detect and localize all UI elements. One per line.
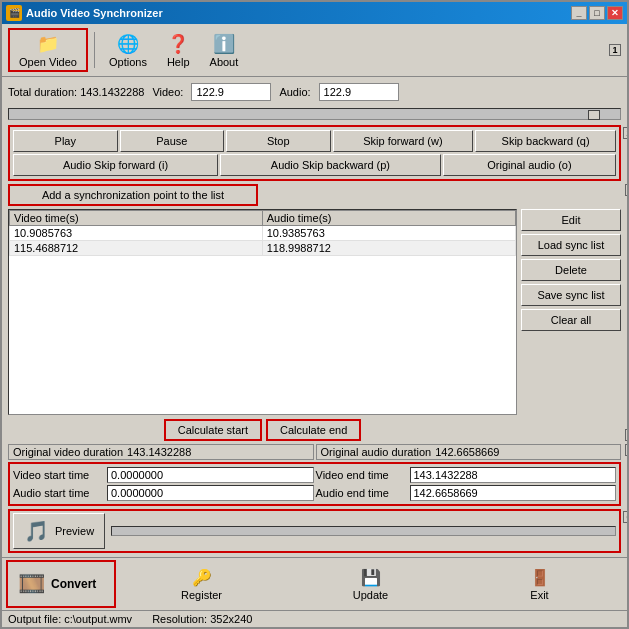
orig-audio-dur-label: Original audio duration — [321, 446, 432, 458]
calculate-end-button[interactable]: Calculate end — [266, 419, 361, 441]
sync-table: Video time(s) Audio time(s) 10.908576310… — [9, 210, 516, 256]
audio-skip-forward-button[interactable]: Audio Skip forward (i) — [13, 154, 218, 176]
audio-end-field[interactable] — [410, 485, 617, 501]
main-slider-thumb[interactable] — [588, 110, 600, 120]
info-grid: Original video duration 143.1432288 Orig… — [8, 444, 621, 460]
duration-info-wrapper: 5 Original video duration 143.1432288 Or… — [8, 444, 621, 506]
save-sync-button[interactable]: Save sync list — [521, 284, 621, 306]
video-start-label: Video start time — [13, 469, 103, 481]
col-audio-time: Audio time(s) — [262, 211, 515, 226]
maximize-button[interactable]: □ — [589, 6, 605, 20]
orig-audio-dur-row: Original audio duration 142.6658669 — [316, 444, 622, 460]
window-icon: 🎬 — [6, 5, 22, 21]
minimize-button[interactable]: _ — [571, 6, 587, 20]
update-button[interactable]: 💾 Update — [287, 560, 454, 608]
sync-area: 4 Video time(s) Audio time(s) 10.9085763… — [8, 209, 621, 441]
stop-button[interactable]: Stop — [226, 130, 331, 152]
callout-3: 3 — [625, 184, 627, 196]
convert-icon: 🎞️ — [18, 571, 45, 597]
close-button[interactable]: ✕ — [607, 6, 623, 20]
video-end-field[interactable] — [410, 467, 617, 483]
preview-icon: 🎵 — [24, 519, 49, 543]
video-label: Video: — [152, 86, 183, 98]
open-video-button[interactable]: 📁 Open Video — [8, 28, 88, 72]
update-icon: 💾 — [361, 568, 381, 587]
toolbar-separator — [94, 32, 95, 68]
add-sync-wrapper: 3 Add a synchronization point to the lis… — [8, 184, 621, 206]
preview-button[interactable]: 🎵 Preview — [13, 513, 105, 549]
folder-icon: 📁 — [37, 33, 59, 55]
resolution-status: Resolution: 352x240 — [152, 613, 252, 625]
callout-5: 5 — [625, 444, 627, 456]
clear-all-button[interactable]: Clear all — [521, 309, 621, 331]
orig-video-dur-label: Original video duration — [13, 446, 123, 458]
video-time-cell: 10.9085763 — [10, 226, 263, 241]
time-box: Video start time Video end time Audio st… — [8, 462, 621, 506]
status-bar: Output file: c:\output.wmv Resolution: 3… — [2, 610, 627, 627]
edit-button[interactable]: Edit — [521, 209, 621, 231]
sync-table-wrapper: Video time(s) Audio time(s) 10.908576310… — [8, 209, 517, 415]
col-video-time: Video time(s) — [10, 211, 263, 226]
calc-row: Calculate start Calculate end — [8, 419, 517, 441]
audio-start-row: Audio start time — [13, 485, 314, 501]
callout-4: 4 — [625, 429, 627, 441]
help-icon: ❓ — [167, 33, 189, 55]
convert-button[interactable]: 🎞️ Convert — [6, 560, 116, 608]
output-file-status: Output file: c:\output.wmv — [8, 613, 132, 625]
main-content: Total duration: 143.1432288 Video: Audio… — [2, 77, 627, 557]
audio-duration-field[interactable] — [319, 83, 399, 101]
time-grid: Video start time Video end time Audio st… — [13, 467, 616, 501]
toolbar: 📁 Open Video 🌐 Options ❓ Help ℹ️ About 1 — [2, 24, 627, 77]
audio-time-cell: 10.9385763 — [262, 226, 515, 241]
title-bar: 🎬 Audio Video Synchronizer _ □ ✕ — [2, 2, 627, 24]
help-button[interactable]: ❓ Help — [159, 28, 198, 72]
play-button[interactable]: Play — [13, 130, 118, 152]
table-row[interactable]: 10.908576310.9385763 — [10, 226, 516, 241]
exit-button[interactable]: 🚪 Exit — [456, 560, 623, 608]
video-time-cell: 115.4688712 — [10, 241, 263, 256]
delete-button[interactable]: Delete — [521, 259, 621, 281]
preview-slider[interactable] — [111, 526, 616, 536]
audio-end-label: Audio end time — [316, 487, 406, 499]
playback-row: Play Pause Stop Skip forward (w) Skip ba… — [13, 130, 616, 152]
main-window: 🎬 Audio Video Synchronizer _ □ ✕ 📁 Open … — [0, 0, 629, 629]
callout-6: 6 — [623, 511, 627, 523]
table-row[interactable]: 115.4688712118.9988712 — [10, 241, 516, 256]
audio-start-field[interactable] — [107, 485, 314, 501]
skip-backward-button[interactable]: Skip backward (q) — [475, 130, 616, 152]
options-icon: 🌐 — [117, 33, 139, 55]
window-title: Audio Video Synchronizer — [26, 7, 571, 19]
skip-forward-button[interactable]: Skip forward (w) — [333, 130, 474, 152]
title-buttons: _ □ ✕ — [571, 6, 623, 20]
audio-label: Audio: — [279, 86, 310, 98]
callout-1: 1 — [609, 44, 621, 56]
audio-time-cell: 118.9988712 — [262, 241, 515, 256]
main-slider-row — [8, 106, 621, 122]
orig-audio-dur-value: 142.6658669 — [435, 446, 499, 458]
about-button[interactable]: ℹ️ About — [202, 28, 247, 72]
register-button[interactable]: 🔑 Register — [118, 560, 285, 608]
audio-controls-row: Audio Skip forward (i) Audio Skip backwa… — [13, 154, 616, 176]
preview-row: 6 🎵 Preview — [8, 509, 621, 553]
original-audio-button[interactable]: Original audio (o) — [443, 154, 616, 176]
orig-video-dur-row: Original video duration 143.1432288 — [8, 444, 314, 460]
video-start-field[interactable] — [107, 467, 314, 483]
exit-icon: 🚪 — [530, 568, 550, 587]
duration-row: Total duration: 143.1432288 Video: Audio… — [8, 81, 621, 103]
main-slider-track — [8, 108, 621, 120]
audio-start-label: Audio start time — [13, 487, 103, 499]
total-duration-label: Total duration: 143.1432288 — [8, 86, 144, 98]
orig-video-dur-value: 143.1432288 — [127, 446, 191, 458]
sync-buttons: Edit Load sync list Delete Save sync lis… — [521, 209, 621, 441]
add-sync-button[interactable]: Add a synchronization point to the list — [8, 184, 258, 206]
load-sync-button[interactable]: Load sync list — [521, 234, 621, 256]
video-start-row: Video start time — [13, 467, 314, 483]
video-end-label: Video end time — [316, 469, 406, 481]
pause-button[interactable]: Pause — [120, 130, 225, 152]
audio-skip-backward-button[interactable]: Audio Skip backward (p) — [220, 154, 441, 176]
register-icon: 🔑 — [192, 568, 212, 587]
calculate-start-button[interactable]: Calculate start — [164, 419, 262, 441]
video-end-row: Video end time — [316, 467, 617, 483]
options-button[interactable]: 🌐 Options — [101, 28, 155, 72]
video-duration-field[interactable] — [191, 83, 271, 101]
